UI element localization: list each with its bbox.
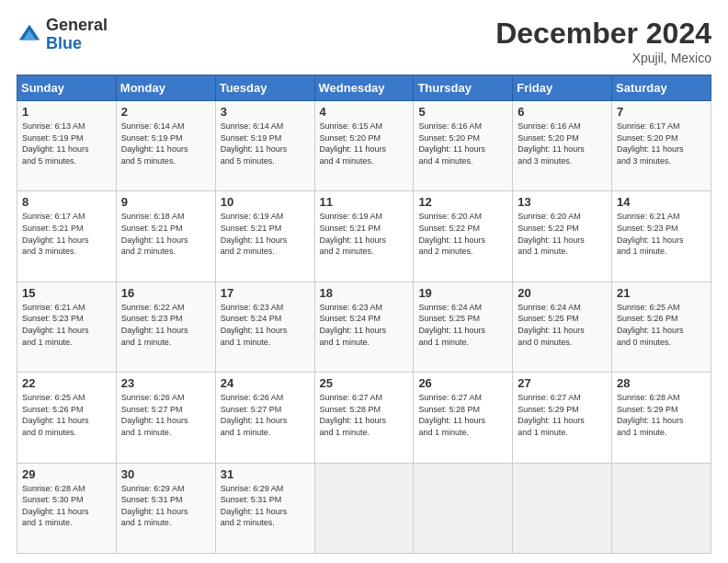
day-number: 5	[418, 105, 507, 119]
header: General Blue December 2024 Xpujil, Mexic…	[17, 17, 711, 65]
day-number: 3	[221, 105, 310, 119]
calendar-cell: 23Sunrise: 6:26 AMSunset: 5:27 PMDayligh…	[116, 373, 215, 463]
calendar-header-row: SundayMondayTuesdayWednesdayThursdayFrid…	[17, 75, 711, 101]
day-info: Sunrise: 6:19 AMSunset: 5:21 PMDaylight:…	[320, 211, 409, 257]
calendar-cell: 9Sunrise: 6:18 AMSunset: 5:21 PMDaylight…	[116, 191, 215, 282]
calendar-week-1: 1Sunrise: 6:13 AMSunset: 5:19 PMDaylight…	[17, 101, 711, 191]
day-info: Sunrise: 6:19 AMSunset: 5:21 PMDaylight:…	[221, 211, 310, 257]
day-info: Sunrise: 6:20 AMSunset: 5:22 PMDaylight:…	[418, 211, 507, 257]
day-info: Sunrise: 6:14 AMSunset: 5:19 PMDaylight:…	[221, 121, 310, 167]
calendar-week-4: 22Sunrise: 6:25 AMSunset: 5:26 PMDayligh…	[17, 373, 711, 463]
day-info: Sunrise: 6:24 AMSunset: 5:25 PMDaylight:…	[418, 302, 507, 348]
day-info: Sunrise: 6:16 AMSunset: 5:20 PMDaylight:…	[418, 121, 507, 167]
day-info: Sunrise: 6:23 AMSunset: 5:24 PMDaylight:…	[320, 302, 409, 348]
calendar-cell: 17Sunrise: 6:23 AMSunset: 5:24 PMDayligh…	[215, 282, 314, 372]
day-number: 7	[617, 105, 706, 119]
calendar-cell: 16Sunrise: 6:22 AMSunset: 5:23 PMDayligh…	[116, 282, 215, 372]
calendar-cell: 21Sunrise: 6:25 AMSunset: 5:26 PMDayligh…	[612, 282, 711, 372]
title-section: December 2024 Xpujil, Mexico	[495, 17, 711, 65]
day-info: Sunrise: 6:17 AMSunset: 5:20 PMDaylight:…	[617, 121, 706, 167]
calendar-cell: 4Sunrise: 6:15 AMSunset: 5:20 PMDaylight…	[314, 101, 414, 191]
day-number: 9	[121, 195, 210, 209]
calendar-cell	[414, 463, 513, 553]
day-number: 26	[418, 376, 507, 390]
calendar-cell: 26Sunrise: 6:27 AMSunset: 5:28 PMDayligh…	[414, 373, 513, 463]
day-number: 19	[418, 286, 507, 300]
day-info: Sunrise: 6:27 AMSunset: 5:29 PMDaylight:…	[518, 392, 607, 438]
calendar-cell: 28Sunrise: 6:28 AMSunset: 5:29 PMDayligh…	[612, 373, 711, 463]
calendar-cell: 10Sunrise: 6:19 AMSunset: 5:21 PMDayligh…	[215, 191, 314, 282]
day-info: Sunrise: 6:16 AMSunset: 5:20 PMDaylight:…	[518, 121, 607, 167]
calendar-cell	[314, 463, 414, 553]
day-header-saturday: Saturday	[612, 75, 711, 101]
calendar-cell: 29Sunrise: 6:28 AMSunset: 5:30 PMDayligh…	[17, 463, 117, 553]
day-number: 4	[320, 105, 409, 119]
day-info: Sunrise: 6:25 AMSunset: 5:26 PMDaylight:…	[617, 302, 706, 348]
day-number: 30	[121, 467, 210, 481]
calendar-cell: 5Sunrise: 6:16 AMSunset: 5:20 PMDaylight…	[414, 101, 513, 191]
day-info: Sunrise: 6:18 AMSunset: 5:21 PMDaylight:…	[121, 211, 210, 257]
day-number: 25	[320, 376, 409, 390]
day-info: Sunrise: 6:22 AMSunset: 5:23 PMDaylight:…	[121, 302, 210, 348]
day-number: 6	[518, 105, 607, 119]
logo-general: General	[46, 17, 108, 35]
calendar-cell: 8Sunrise: 6:17 AMSunset: 5:21 PMDaylight…	[17, 191, 117, 282]
day-info: Sunrise: 6:25 AMSunset: 5:26 PMDaylight:…	[22, 392, 111, 438]
calendar-cell: 25Sunrise: 6:27 AMSunset: 5:28 PMDayligh…	[314, 373, 414, 463]
day-number: 1	[22, 105, 111, 119]
day-number: 21	[617, 286, 706, 300]
day-info: Sunrise: 6:14 AMSunset: 5:19 PMDaylight:…	[121, 121, 210, 167]
day-info: Sunrise: 6:13 AMSunset: 5:19 PMDaylight:…	[22, 121, 111, 167]
calendar-cell: 3Sunrise: 6:14 AMSunset: 5:19 PMDaylight…	[215, 101, 314, 191]
logo-icon	[17, 22, 42, 48]
calendar-table: SundayMondayTuesdayWednesdayThursdayFrid…	[17, 75, 711, 554]
calendar-cell: 1Sunrise: 6:13 AMSunset: 5:19 PMDaylight…	[17, 101, 117, 191]
day-info: Sunrise: 6:26 AMSunset: 5:27 PMDaylight:…	[221, 392, 310, 438]
day-info: Sunrise: 6:28 AMSunset: 5:29 PMDaylight:…	[617, 392, 706, 438]
logo: General Blue	[17, 17, 108, 53]
day-number: 28	[617, 376, 706, 390]
calendar-cell	[513, 463, 612, 553]
day-number: 29	[22, 467, 111, 481]
calendar-cell: 20Sunrise: 6:24 AMSunset: 5:25 PMDayligh…	[513, 282, 612, 372]
calendar-cell: 14Sunrise: 6:21 AMSunset: 5:23 PMDayligh…	[612, 191, 711, 282]
day-header-thursday: Thursday	[414, 75, 513, 101]
day-info: Sunrise: 6:17 AMSunset: 5:21 PMDaylight:…	[22, 211, 111, 257]
page: General Blue December 2024 Xpujil, Mexic…	[0, 0, 728, 563]
day-number: 10	[221, 195, 310, 209]
day-number: 20	[518, 286, 607, 300]
day-number: 17	[221, 286, 310, 300]
day-info: Sunrise: 6:15 AMSunset: 5:20 PMDaylight:…	[320, 121, 409, 167]
calendar-cell: 30Sunrise: 6:29 AMSunset: 5:31 PMDayligh…	[116, 463, 215, 553]
day-info: Sunrise: 6:26 AMSunset: 5:27 PMDaylight:…	[121, 392, 210, 438]
day-info: Sunrise: 6:24 AMSunset: 5:25 PMDaylight:…	[518, 302, 607, 348]
day-number: 8	[22, 195, 111, 209]
calendar-cell: 11Sunrise: 6:19 AMSunset: 5:21 PMDayligh…	[314, 191, 414, 282]
calendar-cell	[612, 463, 711, 553]
day-header-tuesday: Tuesday	[215, 75, 314, 101]
day-info: Sunrise: 6:23 AMSunset: 5:24 PMDaylight:…	[221, 302, 310, 348]
subtitle: Xpujil, Mexico	[495, 51, 711, 65]
calendar-cell: 22Sunrise: 6:25 AMSunset: 5:26 PMDayligh…	[17, 373, 117, 463]
day-info: Sunrise: 6:27 AMSunset: 5:28 PMDaylight:…	[418, 392, 507, 438]
calendar-week-2: 8Sunrise: 6:17 AMSunset: 5:21 PMDaylight…	[17, 191, 711, 282]
day-number: 12	[418, 195, 507, 209]
day-number: 31	[221, 467, 310, 481]
calendar-week-5: 29Sunrise: 6:28 AMSunset: 5:30 PMDayligh…	[17, 463, 711, 553]
day-number: 23	[121, 376, 210, 390]
day-number: 18	[320, 286, 409, 300]
day-header-monday: Monday	[116, 75, 215, 101]
day-info: Sunrise: 6:20 AMSunset: 5:22 PMDaylight:…	[518, 211, 607, 257]
calendar-cell: 18Sunrise: 6:23 AMSunset: 5:24 PMDayligh…	[314, 282, 414, 372]
calendar-cell: 27Sunrise: 6:27 AMSunset: 5:29 PMDayligh…	[513, 373, 612, 463]
day-number: 13	[518, 195, 607, 209]
day-number: 14	[617, 195, 706, 209]
logo-blue: Blue	[46, 35, 108, 53]
day-number: 22	[22, 376, 111, 390]
calendar-cell: 13Sunrise: 6:20 AMSunset: 5:22 PMDayligh…	[513, 191, 612, 282]
day-info: Sunrise: 6:21 AMSunset: 5:23 PMDaylight:…	[617, 211, 706, 257]
day-number: 2	[121, 105, 210, 119]
day-number: 16	[121, 286, 210, 300]
day-header-wednesday: Wednesday	[314, 75, 414, 101]
day-number: 24	[221, 376, 310, 390]
